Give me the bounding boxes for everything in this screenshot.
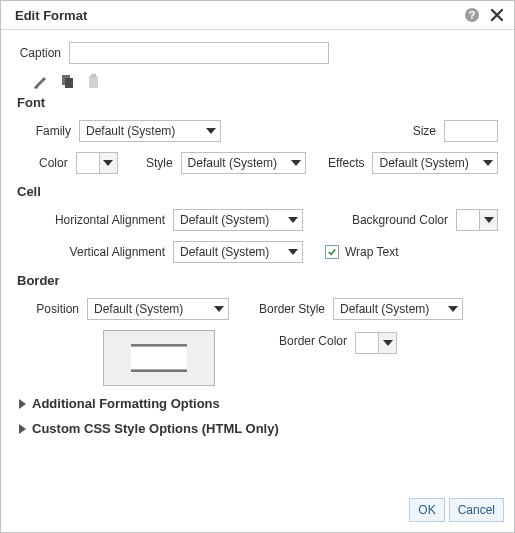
wrap-text-label: Wrap Text — [345, 245, 399, 259]
font-style-label: Style — [132, 156, 181, 170]
chevron-down-icon — [484, 217, 494, 223]
font-style-select[interactable]: Default (System) — [181, 152, 307, 174]
halign-label: Horizontal Alignment — [23, 213, 173, 227]
svg-rect-6 — [91, 74, 96, 77]
chevron-down-icon — [291, 160, 301, 166]
svg-rect-4 — [65, 78, 73, 88]
font-section: Family Default (System) Size Color Style… — [23, 120, 498, 174]
caption-toolbar — [33, 74, 498, 89]
border-preview-cell — [131, 344, 187, 372]
font-size-label: Size — [404, 124, 444, 138]
halign-value: Default (System) — [180, 213, 269, 227]
font-color-dropdown — [99, 153, 117, 173]
font-style-value: Default (System) — [188, 156, 277, 170]
font-family-value: Default (System) — [86, 124, 175, 138]
font-family-select[interactable]: Default (System) — [79, 120, 221, 142]
chevron-down-icon — [483, 160, 493, 166]
border-color-picker[interactable] — [355, 332, 397, 354]
font-family-label: Family — [23, 124, 79, 138]
caption-input[interactable] — [69, 42, 329, 64]
chevron-down-icon — [288, 249, 298, 255]
svg-text:?: ? — [469, 9, 476, 21]
bgcolor-dropdown — [479, 210, 497, 230]
bgcolor-label: Background Color — [346, 213, 456, 227]
svg-rect-2 — [34, 87, 38, 89]
chevron-down-icon — [383, 340, 393, 346]
border-position-value: Default (System) — [94, 302, 183, 316]
border-style-select[interactable]: Default (System) — [333, 298, 463, 320]
chevron-down-icon — [206, 128, 216, 134]
help-icon[interactable]: ? — [464, 7, 480, 23]
font-color-swatch — [77, 153, 99, 173]
expand-right-icon — [19, 424, 26, 434]
border-color-label: Border Color — [245, 330, 355, 348]
font-effects-select[interactable]: Default (System) — [372, 152, 498, 174]
dialog-body: Caption Font Family Default (System) — [1, 30, 514, 436]
custom-css-expander[interactable]: Custom CSS Style Options (HTML Only) — [19, 421, 498, 436]
valign-select[interactable]: Default (System) — [173, 241, 303, 263]
chevron-down-icon — [448, 306, 458, 312]
border-style-label: Border Style — [243, 302, 333, 316]
dialog-footer: OK Cancel — [409, 498, 504, 522]
border-section-header: Border — [17, 273, 498, 288]
halign-select[interactable]: Default (System) — [173, 209, 303, 231]
cell-section-header: Cell — [17, 184, 498, 199]
font-color-label: Color — [23, 156, 76, 170]
paste-format-icon[interactable] — [87, 74, 102, 89]
chevron-down-icon — [214, 306, 224, 312]
border-preview — [103, 330, 215, 386]
border-style-value: Default (System) — [340, 302, 429, 316]
font-color-picker[interactable] — [76, 152, 118, 174]
font-section-header: Font — [17, 95, 498, 110]
border-position-label: Position — [23, 302, 87, 316]
valign-label: Vertical Alignment — [23, 245, 173, 259]
chevron-down-icon — [288, 217, 298, 223]
font-effects-label: Effects — [316, 156, 372, 170]
caption-row: Caption — [17, 42, 498, 64]
titlebar-actions: ? — [464, 7, 504, 23]
clear-format-icon[interactable] — [33, 74, 48, 89]
custom-css-label: Custom CSS Style Options (HTML Only) — [32, 421, 279, 436]
dialog-title: Edit Format — [15, 8, 87, 23]
cancel-button[interactable]: Cancel — [449, 498, 504, 522]
bgcolor-swatch — [457, 210, 479, 230]
caption-label: Caption — [17, 46, 69, 60]
titlebar: Edit Format ? — [1, 1, 514, 30]
expand-right-icon — [19, 399, 26, 409]
chevron-down-icon — [103, 160, 113, 166]
border-color-swatch — [356, 333, 378, 353]
additional-formatting-expander[interactable]: Additional Formatting Options — [19, 396, 498, 411]
svg-rect-5 — [89, 76, 98, 88]
border-position-select[interactable]: Default (System) — [87, 298, 229, 320]
font-size-input[interactable] — [444, 120, 498, 142]
bgcolor-picker[interactable] — [456, 209, 498, 231]
border-color-dropdown — [378, 333, 396, 353]
edit-format-dialog: Edit Format ? Caption — [0, 0, 515, 533]
cell-section: Horizontal Alignment Default (System) Ba… — [23, 209, 498, 263]
border-section: Position Default (System) Border Style D… — [23, 298, 498, 386]
font-effects-value: Default (System) — [379, 156, 468, 170]
copy-format-icon[interactable] — [60, 74, 75, 89]
close-icon[interactable] — [490, 8, 504, 22]
ok-button[interactable]: OK — [409, 498, 444, 522]
valign-value: Default (System) — [180, 245, 269, 259]
wrap-text-checkbox[interactable] — [325, 245, 339, 259]
additional-formatting-label: Additional Formatting Options — [32, 396, 220, 411]
